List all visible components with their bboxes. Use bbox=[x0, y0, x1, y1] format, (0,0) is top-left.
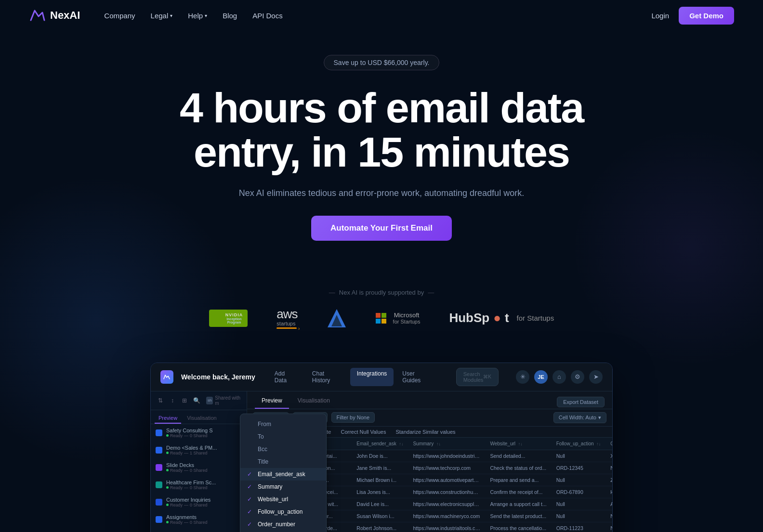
list-item[interactable]: Customer Inquiries Ready — 0 Shared bbox=[151, 493, 247, 511]
nvidia-logo: NVIDIA Inception Program bbox=[209, 310, 248, 327]
filter-none-button[interactable]: Filter by None bbox=[331, 412, 375, 423]
list-item[interactable]: Demo <Sales & PM... Ready — 1 Shared bbox=[151, 441, 247, 459]
app-screenshot: Welcome back, Jeremy Add Data Chat Histo… bbox=[150, 363, 613, 532]
sidebar-shared-label: sh Shared with m bbox=[206, 395, 242, 406]
dropdown-item-to[interactable]: To bbox=[240, 430, 326, 443]
col-header-order[interactable]: Order_number ↑↓ bbox=[605, 438, 612, 450]
list-item[interactable]: International Univer... Ready — 0 Shared bbox=[151, 528, 247, 532]
svg-rect-3 bbox=[376, 313, 381, 318]
tab-visualisation[interactable]: Visualisation bbox=[291, 395, 337, 409]
legal-chevron-icon: ▾ bbox=[170, 13, 172, 18]
app-logo-icon bbox=[160, 370, 173, 384]
standardize-action[interactable]: Standarize Similar values bbox=[395, 429, 455, 435]
sidebar-items: Safety Consulting S Ready — 0 Shared Dem… bbox=[151, 424, 247, 532]
hero-badge: Save up to USD $66,000 yearly. bbox=[324, 55, 440, 70]
sort-desc-icon[interactable]: ↕ bbox=[168, 395, 177, 406]
item-icon bbox=[156, 464, 162, 471]
dropdown-item-order-number[interactable]: ✓ Order_number bbox=[240, 518, 326, 531]
svg-rect-4 bbox=[382, 313, 386, 318]
nav-actions: Login Get Demo bbox=[651, 7, 734, 25]
dropdown-item-website-url[interactable]: ✓ Website_url bbox=[240, 493, 326, 506]
main-tabs-bar: Preview Visualisation Export Dataset bbox=[247, 391, 612, 409]
supporters-section: Nex AI is proudly supported by NVIDIA In… bbox=[0, 279, 763, 348]
app-search-bar[interactable]: Search Modules ⌘K bbox=[456, 368, 499, 386]
col-header-summary[interactable]: Summary ↑↓ bbox=[408, 438, 485, 450]
dropdown-item-title[interactable]: Title bbox=[240, 455, 326, 468]
nav-links: Company Legal ▾ Help ▾ Blog API Docs bbox=[104, 12, 651, 20]
tab-preview[interactable]: Preview bbox=[255, 395, 289, 409]
checked-icon: ✓ bbox=[247, 471, 254, 478]
grid-icon[interactable]: ⊞ bbox=[180, 395, 189, 406]
dropdown-item-summary[interactable]: ✓ Summary bbox=[240, 480, 326, 493]
export-dataset-button[interactable]: Export Dataset bbox=[557, 397, 605, 407]
demo-button[interactable]: Get Demo bbox=[679, 7, 734, 25]
col-header-email-sender[interactable]: Email_sender_ask ↑↓ bbox=[352, 438, 408, 450]
app-header-icons: ✳ JE ⌂ ⚙ ➤ bbox=[516, 370, 603, 384]
app-header: Welcome back, Jeremy Add Data Chat Histo… bbox=[151, 363, 612, 391]
app-greeting: Welcome back, Jeremy bbox=[181, 373, 255, 381]
snowflake-icon-btn[interactable]: ✳ bbox=[516, 370, 529, 384]
login-link[interactable]: Login bbox=[651, 12, 669, 20]
dropdown-item-bcc[interactable]: Bcc bbox=[240, 443, 326, 455]
list-item[interactable]: Safety Consulting S Ready — 0 Shared bbox=[151, 424, 247, 441]
app-body: ⇅ ↕ ⊞ 🔍 sh Shared with m Preview Visuali… bbox=[151, 391, 612, 532]
hubspot-logo: HubSp ● t for Startups bbox=[449, 311, 554, 325]
hero-title: 4 hours of email data entry, in 15 minut… bbox=[10, 86, 753, 175]
microsoft-logo: Microsoft for Startups bbox=[376, 311, 421, 324]
logo[interactable]: NexAI bbox=[29, 9, 80, 22]
navbar: NexAI Company Legal ▾ Help ▾ Blog API Do… bbox=[0, 0, 763, 31]
hero-subtitle: Nex AI eliminates tedious and error-pron… bbox=[10, 188, 753, 198]
list-item[interactable]: Healthcare Firm Sc... Ready — 0 Shared bbox=[151, 476, 247, 493]
nvidia-box: NVIDIA Inception Program bbox=[209, 310, 248, 327]
list-item[interactable]: Assignments Ready — 0 Shared bbox=[151, 511, 247, 528]
app-nav-tabs: Add Data Chat History Integrations User … bbox=[268, 368, 439, 386]
item-icon bbox=[156, 499, 162, 506]
col-header-website[interactable]: Website_url ↑↓ bbox=[485, 438, 551, 450]
search-icon[interactable]: 🔍 bbox=[192, 395, 201, 406]
list-item[interactable]: Slide Decks Ready — 0 Shared bbox=[151, 459, 247, 476]
app-tab-add-data[interactable]: Add Data bbox=[268, 368, 303, 386]
settings-icon-btn[interactable]: ⚙ bbox=[571, 370, 584, 384]
app-sidebar: ⇅ ↕ ⊞ 🔍 sh Shared with m Preview Visuali… bbox=[151, 391, 247, 532]
logo-text: NexAI bbox=[50, 9, 80, 22]
nav-help[interactable]: Help ▾ bbox=[188, 12, 207, 20]
item-icon bbox=[156, 447, 162, 454]
chevron-down-icon: ▾ bbox=[598, 415, 601, 421]
svg-rect-6 bbox=[382, 319, 386, 324]
dropdown-item-email-sender[interactable]: ✓ Email_sender_ask bbox=[240, 468, 326, 480]
nav-blog[interactable]: Blog bbox=[223, 12, 237, 20]
checked-icon: ✓ bbox=[247, 508, 254, 515]
cell-width-button[interactable]: Cell Width: Auto ▾ bbox=[553, 412, 606, 423]
supporters-label: Nex AI is proudly supported by bbox=[0, 289, 763, 296]
nav-api-docs[interactable]: API Docs bbox=[252, 12, 283, 20]
user-avatar[interactable]: JE bbox=[534, 370, 548, 384]
nav-legal[interactable]: Legal ▾ bbox=[151, 12, 173, 20]
app-tab-chat-history[interactable]: Chat History bbox=[305, 368, 348, 386]
checked-icon: ✓ bbox=[247, 521, 254, 528]
sendoso-logo bbox=[327, 308, 347, 328]
sidebar-tab-visualisation[interactable]: Visualisation bbox=[183, 413, 221, 424]
sort-asc-icon[interactable]: ⇅ bbox=[156, 395, 165, 406]
dropdown-item-follow-up[interactable]: ✓ Follow_up_action bbox=[240, 506, 326, 518]
sidebar-tab-preview[interactable]: Preview bbox=[155, 413, 181, 424]
item-icon bbox=[156, 429, 162, 436]
home-icon-btn[interactable]: ⌂ bbox=[553, 370, 566, 384]
app-tab-user-guides[interactable]: User Guides bbox=[395, 368, 438, 386]
item-icon bbox=[156, 516, 162, 523]
aws-logo: aws startups › bbox=[276, 308, 297, 329]
supporters-logos: NVIDIA Inception Program aws startups › bbox=[0, 308, 763, 329]
nav-company[interactable]: Company bbox=[104, 12, 135, 20]
automate-email-button[interactable]: Automate Your First Email bbox=[311, 216, 452, 241]
col-header-follow-up[interactable]: Follow_up_action ↑↓ bbox=[552, 438, 606, 450]
checked-icon: ✓ bbox=[247, 496, 254, 503]
column-dropdown: From To Bcc Title ✓ bbox=[240, 414, 327, 532]
send-icon-btn[interactable]: ➤ bbox=[589, 370, 603, 384]
correct-null-action[interactable]: Correct Null Values bbox=[341, 429, 386, 435]
help-chevron-icon: ▾ bbox=[205, 13, 207, 18]
item-icon bbox=[156, 481, 162, 488]
app-tab-integrations[interactable]: Integrations bbox=[350, 368, 394, 386]
svg-rect-0 bbox=[214, 315, 223, 322]
svg-rect-5 bbox=[376, 319, 381, 324]
dropdown-item-from[interactable]: From bbox=[240, 418, 326, 430]
sidebar-tabs: Preview Visualisation bbox=[151, 410, 247, 424]
